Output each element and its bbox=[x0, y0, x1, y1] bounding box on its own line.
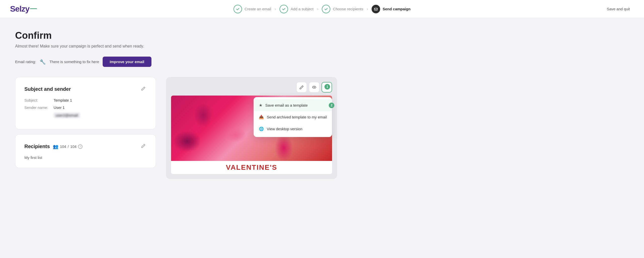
content-layout: Subject and sender Subject: Template 1 S… bbox=[15, 77, 337, 179]
send-archived-item[interactable]: 📥 Send archived template to my email bbox=[254, 111, 332, 123]
step-circle-send bbox=[372, 5, 380, 13]
recipients-total: 104 bbox=[70, 144, 76, 149]
subject-field-row: Subject: Template 1 bbox=[24, 98, 147, 102]
stepper: Create an email › Add a subject › Choose… bbox=[233, 5, 411, 13]
step-create-email[interactable]: Create an email bbox=[233, 5, 271, 13]
recipients-panel-header: Recipients 👥 104 / 104 ? bbox=[24, 143, 147, 150]
view-desktop-label: View desktop version bbox=[267, 127, 302, 131]
view-desktop-item[interactable]: 🌐 View desktop version bbox=[254, 123, 332, 135]
step-arrow-2: › bbox=[317, 7, 318, 11]
step-label-create: Create an email bbox=[245, 7, 271, 11]
save-quit-button[interactable]: Save and quit bbox=[603, 5, 634, 13]
email-rating-row: Email rating: 🔧 There is something to fi… bbox=[15, 57, 337, 67]
people-icon: 👥 bbox=[53, 144, 58, 149]
sender-email-label bbox=[24, 113, 50, 118]
header: Selzy Create an email › Add a subject › bbox=[0, 0, 644, 18]
step-choose-recipients[interactable]: Choose recipients bbox=[322, 5, 363, 13]
wrench-icon: 🔧 bbox=[39, 59, 46, 65]
preview-email-button[interactable] bbox=[309, 82, 319, 93]
recipients-title-row: Recipients 👥 104 / 104 ? bbox=[24, 144, 83, 149]
sender-name-row: Sender name: User 1 bbox=[24, 105, 147, 110]
step-circle-subject bbox=[279, 5, 288, 13]
svg-point-2 bbox=[314, 87, 315, 88]
star-icon: ★ bbox=[259, 103, 262, 108]
send-archived-label: Send archived template to my email bbox=[267, 115, 327, 119]
right-preview: 1 ★ Save email as a template 2 📥 Send ar… bbox=[166, 77, 337, 179]
step-label-recipients: Choose recipients bbox=[333, 7, 363, 11]
recipients-title: Recipients bbox=[24, 144, 50, 149]
sender-email-value: user2@email bbox=[54, 113, 80, 118]
preview-toolbar: 1 bbox=[171, 82, 332, 93]
subject-sender-header: Subject and sender bbox=[24, 85, 147, 93]
page-title: Confirm bbox=[15, 30, 337, 41]
preview-container: 1 ★ Save email as a template 2 📥 Send ar… bbox=[166, 77, 337, 179]
step-arrow-3: › bbox=[367, 7, 368, 11]
rating-label: Email rating: bbox=[15, 60, 36, 64]
step-add-subject[interactable]: Add a subject bbox=[279, 5, 313, 13]
subject-value: Template 1 bbox=[54, 98, 72, 102]
edit-subject-button[interactable] bbox=[140, 85, 147, 93]
sender-name-value: User 1 bbox=[54, 105, 65, 110]
page-subtitle: Almost there! Make sure your campaign is… bbox=[15, 44, 337, 49]
rating-status: There is something to fix here bbox=[49, 60, 99, 64]
help-icon[interactable]: ? bbox=[78, 144, 83, 149]
step-circle-recipients bbox=[322, 5, 331, 13]
step-label-send: Send campaign bbox=[383, 7, 411, 11]
subject-label: Subject: bbox=[24, 98, 50, 102]
dropdown-menu: ★ Save email as a template 2 📥 Send arch… bbox=[254, 97, 332, 137]
valentine-text: VALENTINE'S bbox=[171, 161, 332, 174]
sender-name-label: Sender name: bbox=[24, 105, 50, 110]
edit-email-button[interactable] bbox=[296, 82, 307, 93]
subject-sender-title: Subject and sender bbox=[24, 86, 71, 92]
globe-icon: 🌐 bbox=[259, 126, 264, 131]
main-content: Confirm Almost there! Make sure your cam… bbox=[0, 18, 352, 191]
step-label-subject: Add a subject bbox=[291, 7, 313, 11]
list-name: My first list bbox=[24, 155, 147, 160]
improve-email-button[interactable]: Improve your email bbox=[103, 57, 151, 67]
recipients-current: 104 bbox=[60, 144, 66, 149]
badge-2: 2 bbox=[329, 103, 334, 108]
inbox-icon: 📥 bbox=[259, 115, 264, 119]
more-options-wrapper: 1 bbox=[321, 82, 332, 93]
edit-recipients-button[interactable] bbox=[140, 143, 147, 150]
recipients-separator: / bbox=[68, 144, 69, 149]
logo: Selzy bbox=[10, 4, 37, 14]
step-arrow-1: › bbox=[275, 7, 276, 11]
save-template-item[interactable]: ★ Save email as a template 2 bbox=[254, 99, 332, 111]
recipients-count: 👥 104 / 104 ? bbox=[53, 144, 83, 149]
badge-1: 1 bbox=[325, 84, 330, 90]
svg-rect-0 bbox=[374, 8, 377, 10]
subject-sender-panel: Subject and sender Subject: Template 1 S… bbox=[15, 77, 156, 129]
save-template-label: Save email as a template bbox=[265, 103, 308, 107]
recipients-panel: Recipients 👥 104 / 104 ? bbox=[15, 134, 156, 168]
header-right: Save and quit bbox=[603, 5, 634, 13]
sender-email-row: user2@email bbox=[24, 113, 147, 118]
left-panels: Subject and sender Subject: Template 1 S… bbox=[15, 77, 156, 179]
step-send-campaign[interactable]: Send campaign bbox=[372, 5, 411, 13]
step-circle-create bbox=[233, 5, 242, 13]
